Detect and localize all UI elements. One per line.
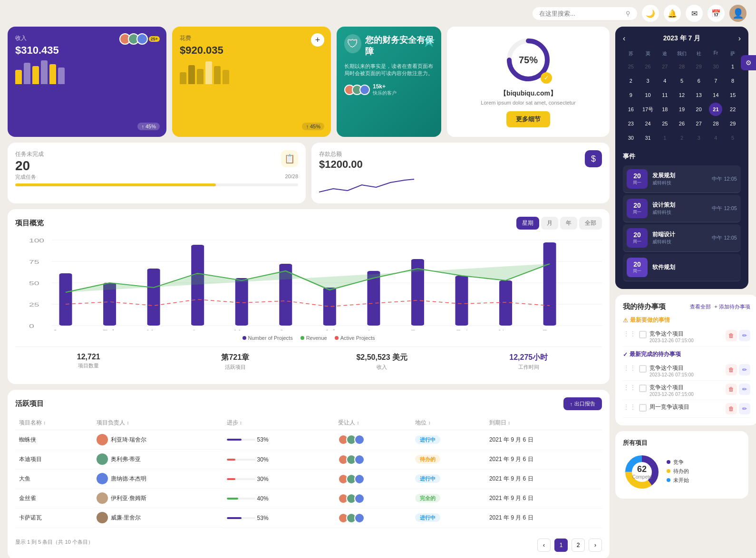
tab-all[interactable]: 全部: [579, 217, 602, 230]
edit-button[interactable]: ✏: [739, 330, 750, 341]
cal-day-15[interactable]: 15: [726, 88, 739, 102]
cal-day-1[interactable]: 1: [726, 60, 739, 73]
more-details-button[interactable]: 更多细节: [506, 111, 550, 127]
stat-projects-label: 项目数量: [21, 362, 156, 369]
table-row: 蜘蛛侠 利亚琦·瑞舍尔 53%: [15, 430, 602, 450]
cal-day-5[interactable]: 5: [675, 74, 688, 87]
cal-day-3[interactable]: 3: [641, 74, 655, 87]
cal-day-18[interactable]: 18: [658, 103, 671, 116]
exp-bar-5: [214, 66, 221, 84]
mail-button[interactable]: ✉: [686, 5, 703, 22]
svg-rect-12: [59, 273, 72, 326]
cal-day-prev-27[interactable]: 27: [658, 60, 671, 73]
cal-day-8[interactable]: 8: [726, 74, 739, 87]
expense-add-button[interactable]: +: [311, 33, 324, 47]
cal-day-30[interactable]: 30: [624, 131, 638, 144]
cal-day-10[interactable]: 10: [641, 88, 655, 102]
col-due[interactable]: 到期日 ↕: [485, 416, 602, 430]
col-manager[interactable]: 项目负责人 ↕: [93, 416, 223, 430]
cal-day-prev-29[interactable]: 29: [692, 60, 706, 73]
page-2-button[interactable]: 2: [572, 539, 585, 552]
right-panel: ⚙ ‹ 2023 年 7 月 › 苏 莫 途 我们 社 Fr 萨 25 26 2…: [615, 27, 748, 558]
cal-day-29[interactable]: 29: [726, 117, 739, 130]
add-todo-link[interactable]: + 添加待办事项: [715, 303, 750, 310]
col-assignee[interactable]: 受让人 ↕: [334, 416, 411, 430]
cal-day-next-2[interactable]: 2: [675, 131, 688, 144]
settings-button[interactable]: ⚙: [741, 55, 756, 70]
cal-day-prev-25[interactable]: 25: [624, 60, 638, 73]
cal-day-17[interactable]: 17号: [641, 103, 655, 116]
drag-handle[interactable]: ⋮⋮: [623, 384, 636, 391]
dark-mode-button[interactable]: 🌙: [642, 5, 659, 22]
cal-day-19[interactable]: 19: [675, 103, 688, 116]
notification-button[interactable]: 🔔: [664, 5, 681, 22]
view-all-link[interactable]: 查看全部: [690, 303, 711, 310]
cal-day-next-1[interactable]: 1: [658, 131, 671, 144]
next-page-button[interactable]: ›: [589, 539, 602, 552]
drag-handle[interactable]: ⋮⋮: [623, 403, 636, 411]
cal-day-31[interactable]: 31: [641, 131, 655, 144]
legend-label-compete: 竞争: [673, 459, 684, 466]
cal-day-16[interactable]: 16: [624, 103, 638, 116]
todo-checkbox[interactable]: [639, 331, 647, 338]
cal-day-prev-26[interactable]: 26: [641, 60, 655, 73]
cal-day-11[interactable]: 11: [658, 88, 671, 102]
cal-day-23[interactable]: 23: [624, 117, 638, 130]
drag-handle[interactable]: ⋮⋮: [623, 364, 636, 372]
delete-button[interactable]: 🗑: [726, 364, 737, 375]
cal-day-13[interactable]: 13: [692, 88, 706, 102]
calendar-button[interactable]: 📅: [708, 5, 725, 22]
tab-year[interactable]: 年: [560, 217, 577, 230]
todo-text: 竞争这个项目 2023-12-26 07:15:00: [649, 364, 723, 377]
delete-button[interactable]: 🗑: [726, 384, 737, 395]
col-progress[interactable]: 进步 ↕: [223, 416, 335, 430]
cal-day-14[interactable]: 14: [709, 88, 722, 102]
tab-week[interactable]: 星期: [516, 217, 539, 230]
prev-page-button[interactable]: ‹: [537, 539, 551, 552]
col-name[interactable]: 项目名称 ↕: [15, 416, 93, 430]
edit-button[interactable]: ✏: [739, 364, 750, 375]
cal-day-2[interactable]: 2: [624, 74, 638, 87]
edit-button[interactable]: ✏: [739, 403, 750, 414]
cal-day-4[interactable]: 4: [658, 74, 671, 87]
cal-day-prev-30[interactable]: 30: [709, 60, 722, 73]
cal-day-next-5[interactable]: 5: [726, 131, 739, 144]
search-input[interactable]: [539, 10, 622, 17]
bar-2: [24, 63, 30, 84]
cal-day-27[interactable]: 27: [692, 117, 706, 130]
cal-day-21-today[interactable]: 21: [709, 103, 722, 116]
cal-day-12[interactable]: 12: [675, 88, 688, 102]
cal-day-20[interactable]: 20: [692, 103, 706, 116]
avatar[interactable]: 👤: [729, 5, 746, 22]
cal-day-22[interactable]: 22: [726, 103, 739, 116]
cal-day-28[interactable]: 28: [709, 117, 722, 130]
cal-day-next-3[interactable]: 3: [692, 131, 706, 144]
todo-checkbox[interactable]: [639, 404, 647, 412]
cal-day-9[interactable]: 9: [624, 88, 638, 102]
delete-button[interactable]: 🗑: [726, 330, 737, 341]
page-1-button[interactable]: 1: [554, 539, 568, 552]
cal-prev-button[interactable]: ‹: [623, 34, 625, 43]
todo-item-4: ⋮⋮ 周一竞争该项目 🗑 ✏: [623, 400, 750, 418]
svg-rect-21: [456, 276, 468, 326]
cal-day-next-4[interactable]: 4: [709, 131, 722, 144]
edit-button[interactable]: ✏: [739, 384, 750, 395]
todo-item-date: 2023-12-26 07:15:00: [649, 392, 723, 397]
cal-day-prev-28[interactable]: 28: [675, 60, 688, 73]
drag-handle[interactable]: ⋮⋮: [623, 330, 636, 337]
cal-day-7[interactable]: 7: [709, 74, 722, 87]
cal-day-6[interactable]: 6: [692, 74, 706, 87]
event-date-num: 20: [630, 260, 644, 268]
search-box[interactable]: ⚲: [533, 7, 637, 20]
cal-day-24[interactable]: 24: [641, 117, 655, 130]
cal-next-button[interactable]: ›: [738, 34, 741, 43]
export-button[interactable]: ↑ 出口报告: [563, 397, 602, 410]
events-title: 事件: [623, 152, 741, 161]
tab-month[interactable]: 月: [541, 217, 558, 230]
todo-checkbox[interactable]: [639, 385, 647, 392]
col-status[interactable]: 地位 ↕: [411, 416, 485, 430]
cal-day-26[interactable]: 26: [675, 117, 688, 130]
cal-day-25[interactable]: 25: [658, 117, 671, 130]
delete-button[interactable]: 🗑: [726, 403, 737, 414]
todo-checkbox[interactable]: [639, 365, 647, 373]
